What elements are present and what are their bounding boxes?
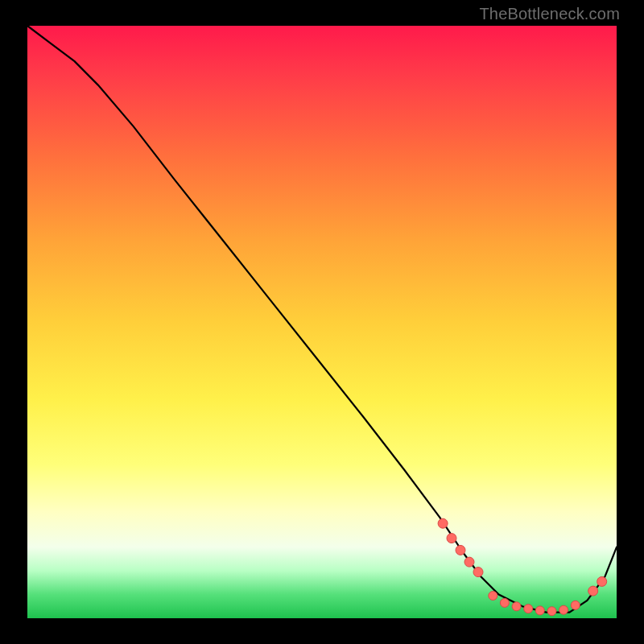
curve-marker bbox=[597, 576, 607, 586]
curve-marker bbox=[535, 606, 544, 615]
curve-marker bbox=[438, 518, 448, 528]
curve-marker bbox=[524, 605, 533, 613]
curve-marker bbox=[571, 601, 580, 609]
curve-marker bbox=[512, 602, 521, 611]
curve-markers bbox=[438, 518, 607, 616]
curve-layer bbox=[27, 26, 617, 618]
curve-marker bbox=[547, 607, 556, 616]
curve-marker bbox=[588, 586, 598, 596]
curve-marker bbox=[500, 598, 509, 607]
curve-marker bbox=[447, 534, 456, 543]
chart-stage: TheBottleneck.com bbox=[0, 0, 644, 644]
curve-marker bbox=[456, 545, 465, 555]
watermark-text: TheBottleneck.com bbox=[479, 5, 620, 23]
plot-area bbox=[27, 26, 617, 618]
curve-marker bbox=[559, 605, 568, 614]
bottleneck-curve bbox=[27, 26, 617, 613]
curve-marker bbox=[473, 568, 483, 577]
curve-marker bbox=[464, 557, 474, 567]
curve-marker bbox=[489, 592, 497, 601]
